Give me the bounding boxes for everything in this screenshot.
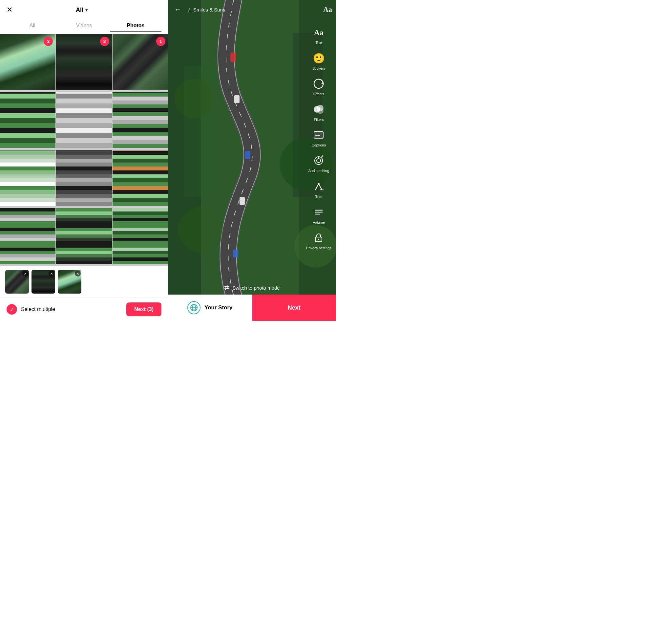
text-icon: Aa xyxy=(312,26,326,39)
tool-trim[interactable]: Trim xyxy=(310,177,328,201)
audio-editing-tool-label: Audio editing xyxy=(308,169,329,173)
tab-all[interactable]: All xyxy=(6,23,58,31)
svg-point-24 xyxy=(318,157,319,158)
select-multiple-control[interactable]: ✓ Select multiple xyxy=(6,304,55,314)
media-cell-11[interactable] xyxy=(56,208,111,264)
remove-waterfall-button[interactable]: ✕ xyxy=(75,271,81,277)
tool-stickers[interactable]: 🙂 Stickers xyxy=(310,49,328,73)
selection-badge-1: 1 xyxy=(156,37,166,46)
switch-mode-bar[interactable]: ⇄ Switch to photo mode xyxy=(168,284,336,291)
media-cell-road[interactable]: 1 xyxy=(113,34,168,90)
tab-photos[interactable]: Photos xyxy=(110,23,161,31)
tool-text[interactable]: Aa Text xyxy=(310,23,328,47)
svg-rect-8 xyxy=(239,197,245,205)
svg-rect-19 xyxy=(314,132,323,138)
tabs-row: All Videos Photos xyxy=(0,20,168,34)
effects-icon xyxy=(312,77,326,91)
tool-volume[interactable]: Volume xyxy=(310,203,328,227)
check-circle-icon: ✓ xyxy=(6,304,17,314)
effects-tool-label: Effects xyxy=(313,92,324,96)
chevron-down-icon: ▾ xyxy=(85,7,88,12)
svg-rect-9 xyxy=(233,249,238,257)
svg-rect-7 xyxy=(245,151,250,159)
filters-tool-label: Filters xyxy=(314,118,324,121)
right-panel: ← ♪ Smiles & Suns Aa Aa Text 🙂 Stickers xyxy=(168,0,336,321)
remove-forest-button[interactable]: ✕ xyxy=(49,271,54,277)
text-tool-label: Text xyxy=(315,41,322,45)
trim-tool-label: Trim xyxy=(315,195,322,199)
media-cell-5[interactable] xyxy=(56,92,111,148)
next-button-left[interactable]: Next (3) xyxy=(126,303,161,316)
story-globe-icon xyxy=(187,301,200,314)
your-story-button[interactable]: Your Story xyxy=(168,295,252,321)
media-cell-10[interactable] xyxy=(0,208,55,264)
top-bar: ✕ All ▾ xyxy=(0,0,168,20)
svg-rect-5 xyxy=(230,53,236,62)
media-cell-8[interactable] xyxy=(56,150,111,206)
filters-icon xyxy=(312,102,326,116)
svg-point-26 xyxy=(322,155,324,157)
svg-point-27 xyxy=(318,183,320,185)
media-cell-4[interactable] xyxy=(0,92,55,148)
captions-tool-label: Captions xyxy=(312,143,326,147)
svg-point-10 xyxy=(174,79,214,118)
svg-point-12 xyxy=(178,207,224,253)
selected-thumb-waterfall[interactable]: ✕ xyxy=(58,270,81,294)
next-button-right[interactable]: Next xyxy=(252,295,336,321)
volume-tool-label: Volume xyxy=(313,220,325,224)
music-icon: ♪ xyxy=(188,6,190,13)
switch-icon: ⇄ xyxy=(224,284,229,291)
privacy-settings-icon xyxy=(312,231,326,245)
left-panel: ✕ All ▾ All Videos Photos 3 2 1 xyxy=(0,0,168,321)
music-title: Smiles & Suns xyxy=(193,7,225,12)
bottom-actions: Your Story Next xyxy=(168,295,336,321)
select-multiple-label: Select multiple xyxy=(21,306,55,312)
media-grid: 3 2 1 xyxy=(0,34,168,266)
tool-effects[interactable]: Effects xyxy=(310,74,328,99)
close-button[interactable]: ✕ xyxy=(6,5,12,14)
svg-point-23 xyxy=(317,158,320,163)
media-cell-forest[interactable]: 2 xyxy=(56,34,111,90)
your-story-label: Your Story xyxy=(205,305,233,311)
stickers-tool-label: Stickers xyxy=(312,66,325,70)
media-cell-7[interactable] xyxy=(0,150,55,206)
media-cell-waterfall[interactable]: 3 xyxy=(0,34,55,90)
bottom-bar-left: ✓ Select multiple Next (3) xyxy=(0,297,168,321)
tool-filters[interactable]: Filters xyxy=(310,100,328,124)
filter-dropdown[interactable]: All ▾ xyxy=(76,7,88,13)
privacy-settings-tool-label: Privacy settings xyxy=(306,246,331,250)
right-tools: Aa Text 🙂 Stickers Effects xyxy=(304,23,333,253)
tab-videos[interactable]: Videos xyxy=(58,23,109,31)
top-nav: ← ♪ Smiles & Suns Aa xyxy=(168,0,336,19)
media-cell-6[interactable] xyxy=(113,92,168,148)
remove-road-button[interactable]: ✕ xyxy=(22,271,28,277)
tool-captions[interactable]: Captions xyxy=(310,126,328,150)
media-cell-9[interactable] xyxy=(113,150,168,206)
media-cell-12[interactable] xyxy=(113,208,168,264)
switch-mode-label: Switch to photo mode xyxy=(232,285,279,291)
filter-label: All xyxy=(76,7,83,13)
text-tool-button[interactable]: Aa xyxy=(323,5,332,14)
back-button[interactable]: ← xyxy=(172,5,184,14)
stickers-icon: 🙂 xyxy=(312,51,326,65)
selection-badge-3: 3 xyxy=(44,37,53,46)
svg-point-18 xyxy=(317,107,324,114)
selected-bar: ✕ ✕ ✕ xyxy=(0,266,168,297)
tool-privacy-settings[interactable]: Privacy settings xyxy=(304,228,333,253)
selection-badge-2: 2 xyxy=(100,37,109,46)
svg-rect-6 xyxy=(234,95,239,103)
selected-thumb-forest[interactable]: ✕ xyxy=(31,270,55,294)
selected-thumb-road[interactable]: ✕ xyxy=(5,270,29,294)
music-bar[interactable]: ♪ Smiles & Suns xyxy=(188,6,319,13)
captions-icon xyxy=(312,128,326,142)
audio-editing-icon xyxy=(312,154,326,167)
tool-audio-editing[interactable]: Audio editing xyxy=(306,151,331,175)
trim-icon xyxy=(312,180,326,193)
svg-point-29 xyxy=(323,189,324,190)
volume-icon xyxy=(312,205,326,219)
svg-point-34 xyxy=(318,239,319,240)
